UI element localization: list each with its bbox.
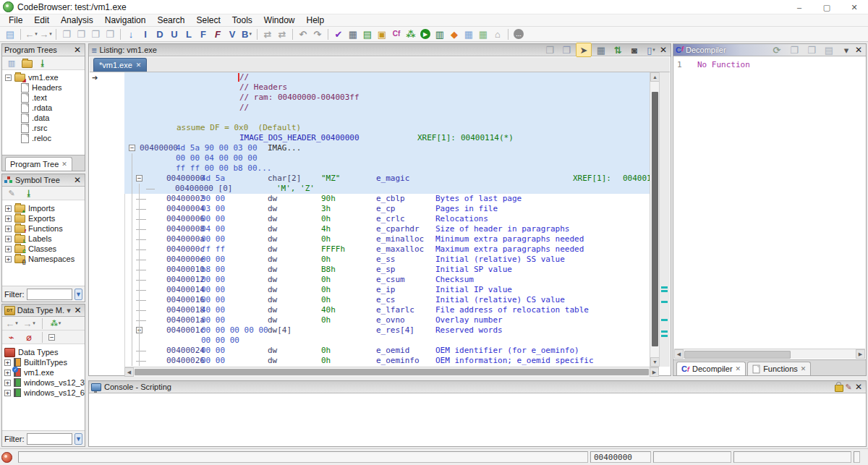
listing-row[interactable]: 0040000600 00dw0he_crlcRelocations xyxy=(124,214,652,224)
menu-select[interactable]: Select xyxy=(190,14,226,26)
tree-node-rdata[interactable]: .rdata xyxy=(5,103,85,113)
menu-tools[interactable]: Tools xyxy=(226,14,258,26)
maximize-button[interactable]: ▢ xyxy=(813,0,841,14)
byte-viewer-icon[interactable]: ▦ xyxy=(346,27,360,40)
create-label-icon[interactable]: L xyxy=(182,27,196,40)
edit-fields-icon[interactable]: ▦ xyxy=(594,43,608,56)
collapse-icon[interactable]: − xyxy=(129,145,135,151)
minimize-button[interactable]: – xyxy=(786,0,813,14)
tree-node-reloc[interactable]: .reloc xyxy=(5,133,85,143)
listing-row[interactable]: 00400010b8 00dwB8he_spInitial SP value xyxy=(124,265,652,275)
close-icon[interactable]: ✕ xyxy=(72,45,82,55)
filter-arrays-icon[interactable]: ⌀ xyxy=(22,330,36,344)
listing-row[interactable]: ff ff 00 00 b8 00... xyxy=(124,163,652,174)
close-icon[interactable]: ✕ xyxy=(72,175,82,185)
create-instruction-icon[interactable]: I xyxy=(138,27,153,40)
lock-icon[interactable] xyxy=(835,385,843,392)
console-header[interactable]: Console - Scripting ✎ ✕ xyxy=(89,381,866,393)
listing-horizontal-scrollbar[interactable]: ◀ ▶ xyxy=(124,367,659,377)
edit-external-icon[interactable]: ✎ xyxy=(4,187,19,200)
memory-map-icon[interactable]: ◆ xyxy=(447,27,461,40)
close-icon[interactable]: ✕ xyxy=(61,161,67,168)
tree-node-data[interactable]: .data xyxy=(5,113,85,123)
close-icon[interactable]: ✕ xyxy=(736,365,741,372)
listing-row[interactable]: 0040000804 00dw4he_cparhdrSize of header… xyxy=(124,224,652,234)
listing-row[interactable]: 0040002600 00dw0he_oeminfoOEM informatio… xyxy=(124,356,652,366)
close-icon[interactable]: ✕ xyxy=(854,45,864,55)
paste-special-icon[interactable]: ❐ xyxy=(74,27,88,40)
listing-row[interactable]: 0040001600 00dw0he_csInitial (relative) … xyxy=(124,295,652,305)
menu-icon[interactable]: ▾ xyxy=(839,43,854,56)
tab-program-tree[interactable]: Program Tree ✕ xyxy=(5,157,72,171)
listing-vertical-scrollbar[interactable]: ▲ ▼ xyxy=(650,72,660,367)
expand-icon[interactable]: + xyxy=(4,380,11,386)
listing-row[interactable]: 00 00 04 00 00 00 xyxy=(124,153,652,163)
create-data-icon[interactable]: D xyxy=(153,27,167,40)
expand-icon[interactable]: + xyxy=(5,246,12,252)
listing-row[interactable] xyxy=(124,113,652,123)
listing-row[interactable]: 0040000a00 00dw0he_minallocMinimum extra… xyxy=(124,234,652,244)
dtm-header[interactable]: DT Data Type M... ▾ ✕ xyxy=(2,304,85,317)
diff-view-icon[interactable]: ⇅ xyxy=(610,43,625,56)
listing-row[interactable]: 0040001a00 00dw0he_ovnoOverlay number xyxy=(124,315,652,325)
defined-data-icon[interactable]: ▦ xyxy=(461,27,476,40)
menu-window[interactable]: Window xyxy=(258,14,301,26)
console-output[interactable] xyxy=(90,394,865,445)
paste-icon[interactable]: ❐ xyxy=(103,27,117,40)
listing-row[interactable]: 0040000cff ffdwFFFFhe_maxallocMaximum ex… xyxy=(124,244,652,255)
symbol-table-icon[interactable]: ⌂ xyxy=(490,27,505,40)
paste-icon[interactable]: ❐ xyxy=(559,43,574,56)
scroll-left-icon[interactable]: ◀ xyxy=(124,367,134,377)
tree-node-root[interactable]: −◢vm1.exe xyxy=(5,72,85,82)
nav-forward-icon[interactable]: →▾ xyxy=(38,27,53,40)
filter-icon[interactable]: ▼ xyxy=(75,433,82,445)
data-type-archive-icon[interactable]: ▣ xyxy=(375,27,389,40)
listing-row[interactable]: IMAGE_DOS_HEADER_00400000XREF[1]:0040011… xyxy=(124,133,652,143)
tree-node-classes[interactable]: +CClasses xyxy=(5,244,85,254)
menu-help[interactable]: Help xyxy=(301,14,331,26)
create-bookmark-icon[interactable]: B▾ xyxy=(239,27,254,40)
close-icon[interactable]: ✕ xyxy=(658,45,668,55)
menu-file[interactable]: File xyxy=(3,14,28,26)
menu-navigation[interactable]: Navigation xyxy=(99,14,152,26)
expand-icon[interactable]: + xyxy=(4,359,11,366)
listing-row[interactable]: 0040000290 00dw90he_cblpBytes of last pa… xyxy=(124,194,652,204)
nav-back-icon[interactable]: ←▾ xyxy=(24,27,38,40)
listing-row[interactable]: assume DF = 0x0 (Default) xyxy=(124,123,652,133)
dtm-back-icon[interactable]: ←▾ xyxy=(4,317,19,330)
collapse-icon[interactable]: − xyxy=(136,175,142,182)
collapse-icon[interactable]: − xyxy=(5,74,12,81)
listing-row[interactable]: 0040000e00 00dw0he_ssInitial (relative) … xyxy=(124,255,652,265)
call-tree-icon[interactable]: ⁂ xyxy=(404,27,418,40)
edit-function-icon[interactable]: F xyxy=(210,27,225,40)
listing-row[interactable]: 0040000403 00dw3he_cpPages in file xyxy=(124,204,652,214)
tree-node-namespaces[interactable]: +{}Namespaces xyxy=(5,254,85,264)
expand-icon[interactable]: + xyxy=(5,205,12,212)
close-icon[interactable]: ✕ xyxy=(801,365,807,372)
scroll-right-icon[interactable]: ▶ xyxy=(856,349,865,359)
tree-node-windows_vs12_32[interactable]: +windows_vs12_32 xyxy=(4,377,85,388)
comment-icon[interactable]: … xyxy=(511,27,526,40)
listing-row[interactable]: // xyxy=(124,72,652,82)
save-icon[interactable]: ▤ xyxy=(3,27,17,40)
expand-icon[interactable]: + xyxy=(4,370,11,376)
tree-node-builtintypes[interactable]: +BuiltInTypes xyxy=(4,357,85,367)
symbol-filter-input[interactable] xyxy=(27,289,73,300)
tree-node-imports[interactable]: +▲Imports xyxy=(5,203,85,213)
menu-search[interactable]: Search xyxy=(151,14,190,26)
edit-icon[interactable]: ✎ xyxy=(843,382,854,392)
copy-icon[interactable]: ❐ xyxy=(542,43,557,56)
menu-analysis[interactable]: Analysis xyxy=(55,14,99,26)
close-button[interactable]: ✕ xyxy=(841,0,868,14)
validate-icon[interactable]: ✔ xyxy=(331,27,346,40)
menu-edit[interactable]: Edit xyxy=(28,14,55,26)
tree-node-rsrc[interactable]: .rsrc xyxy=(5,123,85,133)
tree-node-Headers[interactable]: Headers xyxy=(5,82,85,93)
memory-viewer-icon[interactable]: ▥ xyxy=(433,27,447,40)
listing-row[interactable]: 00400000 [0]'M', 'Z' xyxy=(124,184,652,194)
export-icon[interactable]: ▤ xyxy=(822,43,836,56)
program-trees-header[interactable]: Program Trees ✕ xyxy=(2,44,85,56)
undefine-icon[interactable]: U xyxy=(167,27,182,40)
defined-strings-icon[interactable]: ▦ xyxy=(476,27,490,40)
paste-icon[interactable]: ❐ xyxy=(804,43,819,56)
